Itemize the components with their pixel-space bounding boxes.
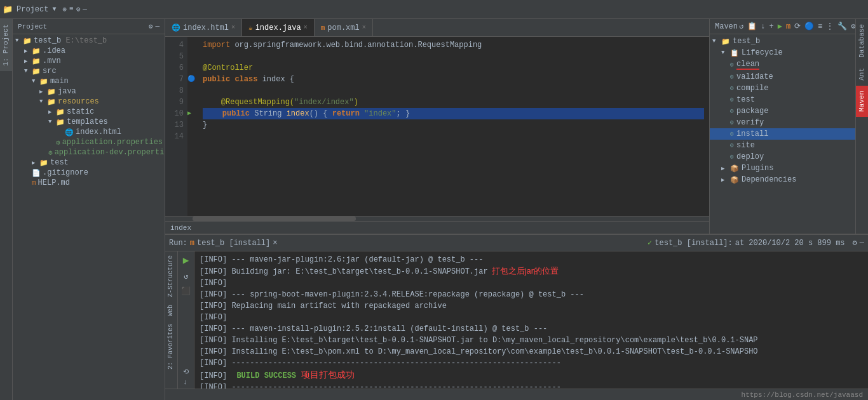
tree-static[interactable]: ▶ 📁 static xyxy=(13,107,165,117)
tree-mvn[interactable]: ▶ 📁 .mvn xyxy=(13,56,165,66)
pom-tab-close[interactable]: × xyxy=(362,24,366,31)
globe-icon[interactable]: ⊕ xyxy=(62,5,67,13)
maven-list-icon[interactable]: ≡ xyxy=(817,22,824,32)
tree-main[interactable]: ▼ 📁 main xyxy=(13,76,165,86)
root-folder-icon: 📁 xyxy=(23,37,32,45)
maven-lifecycle[interactable]: ▼ 📋 Lifecycle xyxy=(710,47,855,58)
maven-copy-icon[interactable]: 📋 xyxy=(746,21,758,32)
maven-circle-icon[interactable]: 🔵 xyxy=(803,21,815,32)
deps-icon: 📦 xyxy=(730,176,739,184)
rerun-icon[interactable]: ↺ xyxy=(184,272,188,281)
console-line-4: [INFO] --- spring-boot-maven-plugin:2.3.… xyxy=(200,289,863,300)
run-label: Run: xyxy=(169,239,187,248)
tab-index-html[interactable]: 🌐 index.html × xyxy=(165,19,242,37)
settings-icon[interactable]: ⚙ xyxy=(76,5,81,13)
tree-idea[interactable]: ▶ 📁 .idea xyxy=(13,46,165,56)
maven-run-icon[interactable]: ▶ xyxy=(776,21,783,32)
dropdown-icon[interactable]: ▼ xyxy=(52,6,56,13)
run-status-label: test_b [install]: xyxy=(654,239,732,248)
tree-src[interactable]: ▼ 📁 src xyxy=(13,66,165,76)
maven-clean[interactable]: ⚙ clean xyxy=(710,58,855,71)
tree-index-html[interactable]: 🌐 index.html xyxy=(13,127,165,137)
tree-gitignore[interactable]: 📄 .gitignore xyxy=(13,168,165,178)
maven-validate[interactable]: ⚙ validate xyxy=(710,71,855,83)
tab-index-java[interactable]: ☕ index.java × xyxy=(242,19,315,37)
html-tab-label: index.html xyxy=(183,23,229,32)
maven-wrench-icon[interactable]: 🔧 xyxy=(836,21,848,32)
maven-download-icon[interactable]: ↓ xyxy=(759,22,766,32)
panel-close-icon[interactable]: — xyxy=(155,22,159,30)
web-tab[interactable]: Web xyxy=(165,301,177,320)
scroll-end-icon[interactable]: ↓ xyxy=(183,378,189,386)
index-html-label: index.html xyxy=(76,128,121,137)
java-tab-close[interactable]: × xyxy=(304,24,308,31)
lifecycle-label: Lifecycle xyxy=(742,48,783,57)
tree-help[interactable]: m HELP.md xyxy=(13,178,165,188)
maven-root-label: test_b xyxy=(733,37,760,46)
run-close-btn[interactable]: × xyxy=(273,239,277,248)
main-arrow: ▼ xyxy=(32,78,39,84)
code-line-10: public String index() { return "index"; … xyxy=(203,108,704,119)
tree-templates[interactable]: ▼ 📁 templates xyxy=(13,117,165,127)
html-tab-close[interactable]: × xyxy=(231,24,235,31)
code-area[interactable]: import org.springframework.web.bind.anno… xyxy=(198,37,709,216)
layout-icon[interactable]: ≡ xyxy=(69,5,74,13)
panel-header: Project ⚙ — xyxy=(13,19,165,34)
console-build-success: [INFO] BUILD SUCCESS 项目打包成功 xyxy=(200,369,863,382)
maven-test[interactable]: ⚙ test xyxy=(710,94,855,105)
maven-sync-icon[interactable]: ⟳ xyxy=(793,21,802,32)
tree-root[interactable]: ▼ 📁 test_b E:\test_b xyxy=(13,36,165,46)
maven-toolbar: ↺ 📋 ↓ + ▶ m ⟳ 🔵 ≡ ⋮ 🔧 ⚙ — xyxy=(738,21,865,32)
editor-tab-name: index xyxy=(170,224,191,232)
panel-config-icon[interactable]: ⚙ xyxy=(149,22,153,30)
maven-header: Maven ↺ 📋 ↓ + ▶ m ⟳ 🔵 ≡ ⋮ 🔧 xyxy=(710,19,855,34)
maven-compile[interactable]: ⚙ compile xyxy=(710,83,855,94)
lifecycle-icon: 📋 xyxy=(730,49,739,57)
tree-java[interactable]: ▶ 📁 java xyxy=(13,86,165,97)
maven-plugins[interactable]: ▶ 📦 Plugins xyxy=(710,163,855,174)
maven-side-tab[interactable]: Maven xyxy=(856,86,868,117)
maven-m-icon[interactable]: m xyxy=(785,22,792,32)
project-title: Project xyxy=(17,5,48,14)
maven-verify[interactable]: ⚙ verify xyxy=(710,117,855,128)
tabs-bar: 🌐 index.html × ☕ index.java × m pom.xml xyxy=(165,19,709,37)
play-icon[interactable]: ▶ xyxy=(183,254,189,267)
maven-site[interactable]: ⚙ site xyxy=(710,140,855,151)
z-structure-tab[interactable]: Z-Structure xyxy=(165,251,177,301)
maven-deploy[interactable]: ⚙ deploy xyxy=(710,151,855,163)
compile-label: compile xyxy=(736,84,768,93)
ant-tab[interactable]: Ant xyxy=(856,63,868,86)
horizontal-scrollbar[interactable] xyxy=(165,216,709,221)
maven-root[interactable]: ▼ 📁 test_b xyxy=(710,36,855,47)
minimize-icon[interactable]: — xyxy=(83,5,87,13)
tree-test[interactable]: ▶ 📁 test xyxy=(13,157,165,168)
maven-more-icon[interactable]: ⋮ xyxy=(825,21,835,32)
verify-gear-icon: ⚙ xyxy=(730,119,734,126)
java-tab-icon: ☕ xyxy=(248,23,253,32)
tree-resources[interactable]: ▼ 📁 resources xyxy=(13,97,165,107)
maven-install[interactable]: ⚙ install xyxy=(710,128,855,140)
wrap-icon[interactable]: ⟲ xyxy=(183,368,189,376)
database-tab[interactable]: Database xyxy=(856,19,868,63)
stop-icon[interactable]: ⬛ xyxy=(181,286,191,296)
code-line-5 xyxy=(203,51,704,62)
bottom-status-bar: https://blog.csdn.net/javaasd xyxy=(165,389,868,400)
maven-add-icon[interactable]: + xyxy=(768,22,775,32)
tree-app-dev-props[interactable]: ⚙ application-dev.properties xyxy=(13,147,165,157)
tree-app-props[interactable]: ⚙ application.properties xyxy=(13,137,165,147)
tab-pom-xml[interactable]: m pom.xml × xyxy=(315,19,373,37)
console-output[interactable]: [INFO] --- maven-jar-plugin:2.6:jar (def… xyxy=(194,251,868,389)
maven-package[interactable]: ⚙ package xyxy=(710,105,855,117)
project-side-tab[interactable]: 1: Project xyxy=(0,19,12,71)
maven-dependencies[interactable]: ▶ 📦 Dependencies xyxy=(710,174,855,185)
run-minimize-icon[interactable]: — xyxy=(860,239,864,248)
maven-refresh-icon[interactable]: ↺ xyxy=(738,21,745,32)
console-line-10: [INFO] ---------------------------------… xyxy=(200,357,863,369)
favorites-tab[interactable]: 2: Favorites xyxy=(165,320,177,373)
test-icon: 📁 xyxy=(39,159,48,167)
resources-arrow: ▼ xyxy=(39,98,47,105)
console-line-6: [INFO] xyxy=(200,312,863,323)
run-settings-icon[interactable]: ⚙ xyxy=(853,238,857,248)
validate-gear-icon: ⚙ xyxy=(730,73,734,81)
verify-label: verify xyxy=(736,118,764,127)
